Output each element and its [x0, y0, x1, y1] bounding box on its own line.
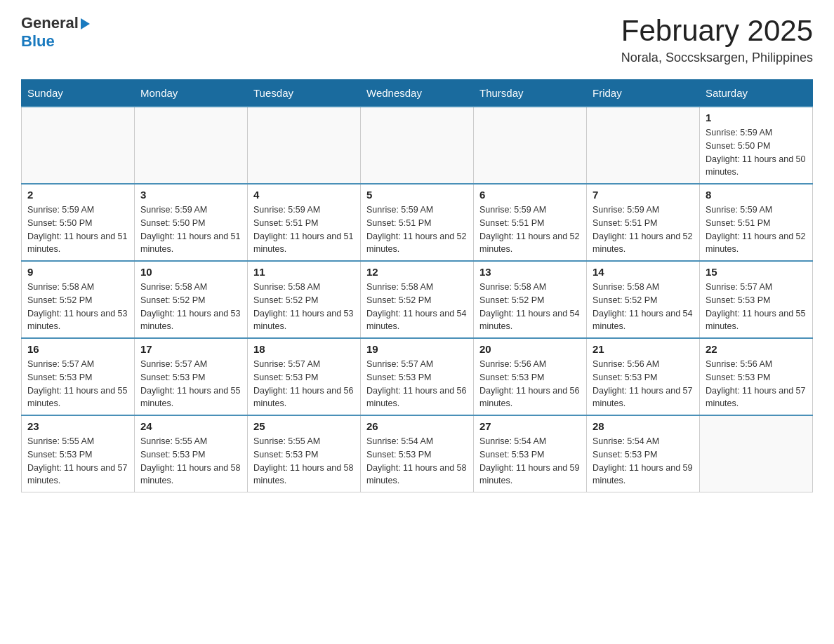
calendar-cell: 10Sunrise: 5:58 AM Sunset: 5:52 PM Dayli… — [135, 261, 248, 338]
week-row-4: 16Sunrise: 5:57 AM Sunset: 5:53 PM Dayli… — [22, 338, 813, 415]
day-number: 4 — [253, 189, 355, 201]
day-number: 20 — [479, 343, 581, 355]
day-number: 17 — [140, 343, 241, 355]
day-info: Sunrise: 5:57 AM Sunset: 5:53 PM Dayligh… — [706, 281, 807, 333]
logo: General Blue — [21, 14, 90, 51]
day-info: Sunrise: 5:54 AM Sunset: 5:53 PM Dayligh… — [479, 435, 581, 488]
day-number: 14 — [593, 266, 694, 278]
calendar-cell: 22Sunrise: 5:56 AM Sunset: 5:53 PM Dayli… — [700, 338, 813, 415]
day-info: Sunrise: 5:57 AM Sunset: 5:53 PM Dayligh… — [27, 358, 128, 410]
day-number: 18 — [253, 343, 355, 355]
day-number: 7 — [593, 189, 694, 201]
calendar-cell: 27Sunrise: 5:54 AM Sunset: 5:53 PM Dayli… — [474, 415, 587, 492]
calendar-cell — [474, 107, 587, 184]
day-info: Sunrise: 5:58 AM Sunset: 5:52 PM Dayligh… — [140, 281, 241, 333]
day-info: Sunrise: 5:55 AM Sunset: 5:53 PM Dayligh… — [140, 435, 241, 488]
day-info: Sunrise: 5:58 AM Sunset: 5:52 PM Dayligh… — [253, 281, 355, 333]
day-number: 22 — [706, 343, 807, 355]
day-info: Sunrise: 5:55 AM Sunset: 5:53 PM Dayligh… — [27, 435, 128, 488]
day-info: Sunrise: 5:56 AM Sunset: 5:53 PM Dayligh… — [593, 358, 694, 410]
page-header: General Blue February 2025 Norala, Soccs… — [21, 14, 813, 65]
calendar-cell — [587, 107, 700, 184]
calendar-cell: 8Sunrise: 5:59 AM Sunset: 5:51 PM Daylig… — [700, 184, 813, 261]
day-number: 28 — [593, 420, 694, 432]
day-number: 16 — [27, 343, 128, 355]
calendar-cell — [361, 107, 474, 184]
day-number: 11 — [253, 266, 355, 278]
day-info: Sunrise: 5:59 AM Sunset: 5:51 PM Dayligh… — [366, 203, 468, 256]
day-number: 1 — [706, 112, 807, 123]
day-info: Sunrise: 5:58 AM Sunset: 5:52 PM Dayligh… — [366, 281, 468, 333]
calendar-cell: 25Sunrise: 5:55 AM Sunset: 5:53 PM Dayli… — [248, 415, 361, 492]
day-info: Sunrise: 5:57 AM Sunset: 5:53 PM Dayligh… — [140, 358, 241, 410]
calendar-table: SundayMondayTuesdayWednesdayThursdayFrid… — [21, 79, 813, 492]
day-header-thursday: Thursday — [474, 80, 587, 107]
calendar-cell: 28Sunrise: 5:54 AM Sunset: 5:53 PM Dayli… — [587, 415, 700, 492]
calendar-cell: 2Sunrise: 5:59 AM Sunset: 5:50 PM Daylig… — [22, 184, 135, 261]
day-header-sunday: Sunday — [22, 80, 135, 107]
day-number: 21 — [593, 343, 694, 355]
day-info: Sunrise: 5:58 AM Sunset: 5:52 PM Dayligh… — [27, 281, 128, 333]
calendar-cell: 24Sunrise: 5:55 AM Sunset: 5:53 PM Dayli… — [135, 415, 248, 492]
day-info: Sunrise: 5:54 AM Sunset: 5:53 PM Dayligh… — [593, 435, 694, 488]
calendar-cell: 7Sunrise: 5:59 AM Sunset: 5:51 PM Daylig… — [587, 184, 700, 261]
day-number: 6 — [479, 189, 581, 201]
calendar-cell: 6Sunrise: 5:59 AM Sunset: 5:51 PM Daylig… — [474, 184, 587, 261]
day-number: 2 — [27, 189, 128, 201]
day-info: Sunrise: 5:59 AM Sunset: 5:51 PM Dayligh… — [253, 203, 355, 256]
calendar-cell: 20Sunrise: 5:56 AM Sunset: 5:53 PM Dayli… — [474, 338, 587, 415]
day-header-friday: Friday — [587, 80, 700, 107]
calendar-cell: 17Sunrise: 5:57 AM Sunset: 5:53 PM Dayli… — [135, 338, 248, 415]
day-info: Sunrise: 5:58 AM Sunset: 5:52 PM Dayligh… — [593, 281, 694, 333]
day-info: Sunrise: 5:59 AM Sunset: 5:51 PM Dayligh… — [706, 203, 807, 256]
day-info: Sunrise: 5:59 AM Sunset: 5:51 PM Dayligh… — [479, 203, 581, 256]
day-number: 8 — [706, 189, 807, 201]
calendar-cell: 13Sunrise: 5:58 AM Sunset: 5:52 PM Dayli… — [474, 261, 587, 338]
day-info: Sunrise: 5:57 AM Sunset: 5:53 PM Dayligh… — [366, 358, 468, 410]
calendar-cell: 11Sunrise: 5:58 AM Sunset: 5:52 PM Dayli… — [248, 261, 361, 338]
calendar-cell: 19Sunrise: 5:57 AM Sunset: 5:53 PM Dayli… — [361, 338, 474, 415]
calendar-cell: 21Sunrise: 5:56 AM Sunset: 5:53 PM Dayli… — [587, 338, 700, 415]
calendar-cell: 26Sunrise: 5:54 AM Sunset: 5:53 PM Dayli… — [361, 415, 474, 492]
week-row-3: 9Sunrise: 5:58 AM Sunset: 5:52 PM Daylig… — [22, 261, 813, 338]
calendar-cell: 3Sunrise: 5:59 AM Sunset: 5:50 PM Daylig… — [135, 184, 248, 261]
day-number: 13 — [479, 266, 581, 278]
days-header-row: SundayMondayTuesdayWednesdayThursdayFrid… — [22, 80, 813, 107]
day-info: Sunrise: 5:59 AM Sunset: 5:50 PM Dayligh… — [27, 203, 128, 256]
calendar-cell: 4Sunrise: 5:59 AM Sunset: 5:51 PM Daylig… — [248, 184, 361, 261]
week-row-2: 2Sunrise: 5:59 AM Sunset: 5:50 PM Daylig… — [22, 184, 813, 261]
calendar-cell: 5Sunrise: 5:59 AM Sunset: 5:51 PM Daylig… — [361, 184, 474, 261]
logo-general-text: General — [21, 14, 79, 32]
day-info: Sunrise: 5:54 AM Sunset: 5:53 PM Dayligh… — [366, 435, 468, 488]
day-info: Sunrise: 5:56 AM Sunset: 5:53 PM Dayligh… — [479, 358, 581, 410]
day-header-monday: Monday — [135, 80, 248, 107]
day-number: 26 — [366, 420, 468, 432]
day-number: 25 — [253, 420, 355, 432]
location-title: Norala, Soccsksargen, Philippines — [621, 51, 813, 65]
day-info: Sunrise: 5:56 AM Sunset: 5:53 PM Dayligh… — [706, 358, 807, 410]
day-info: Sunrise: 5:59 AM Sunset: 5:51 PM Dayligh… — [593, 203, 694, 256]
calendar-cell — [22, 107, 135, 184]
logo-blue-text: Blue — [21, 32, 55, 50]
calendar-cell: 9Sunrise: 5:58 AM Sunset: 5:52 PM Daylig… — [22, 261, 135, 338]
week-row-1: 1Sunrise: 5:59 AM Sunset: 5:50 PM Daylig… — [22, 107, 813, 184]
day-number: 3 — [140, 189, 241, 201]
title-section: February 2025 Norala, Soccsksargen, Phil… — [621, 14, 813, 65]
calendar-cell: 23Sunrise: 5:55 AM Sunset: 5:53 PM Dayli… — [22, 415, 135, 492]
day-header-wednesday: Wednesday — [361, 80, 474, 107]
day-info: Sunrise: 5:59 AM Sunset: 5:50 PM Dayligh… — [706, 126, 807, 179]
day-info: Sunrise: 5:59 AM Sunset: 5:50 PM Dayligh… — [140, 203, 241, 256]
calendar-cell: 16Sunrise: 5:57 AM Sunset: 5:53 PM Dayli… — [22, 338, 135, 415]
week-row-5: 23Sunrise: 5:55 AM Sunset: 5:53 PM Dayli… — [22, 415, 813, 492]
month-title: February 2025 — [621, 14, 813, 48]
day-number: 9 — [27, 266, 128, 278]
day-header-tuesday: Tuesday — [248, 80, 361, 107]
calendar-cell — [135, 107, 248, 184]
calendar-cell: 12Sunrise: 5:58 AM Sunset: 5:52 PM Dayli… — [361, 261, 474, 338]
day-number: 5 — [366, 189, 468, 201]
day-info: Sunrise: 5:58 AM Sunset: 5:52 PM Dayligh… — [479, 281, 581, 333]
day-number: 24 — [140, 420, 241, 432]
day-number: 10 — [140, 266, 241, 278]
calendar-cell — [700, 415, 813, 492]
day-number: 23 — [27, 420, 128, 432]
